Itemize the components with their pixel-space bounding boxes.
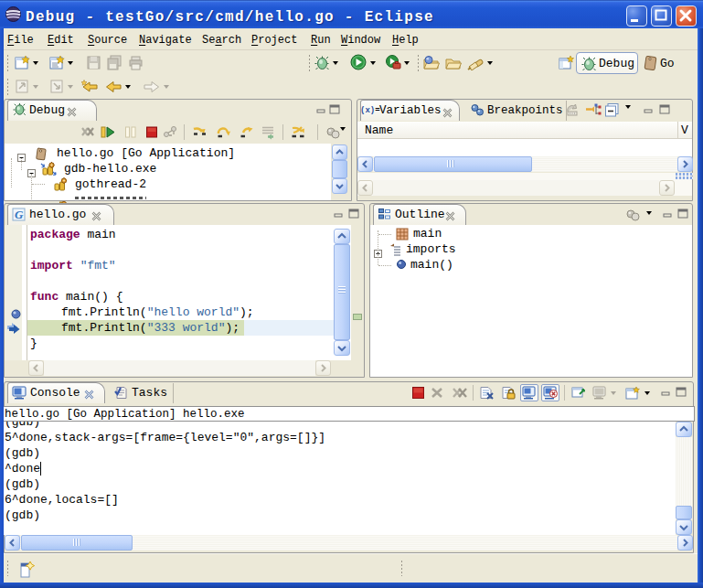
svg-text:G: G [15, 208, 24, 221]
